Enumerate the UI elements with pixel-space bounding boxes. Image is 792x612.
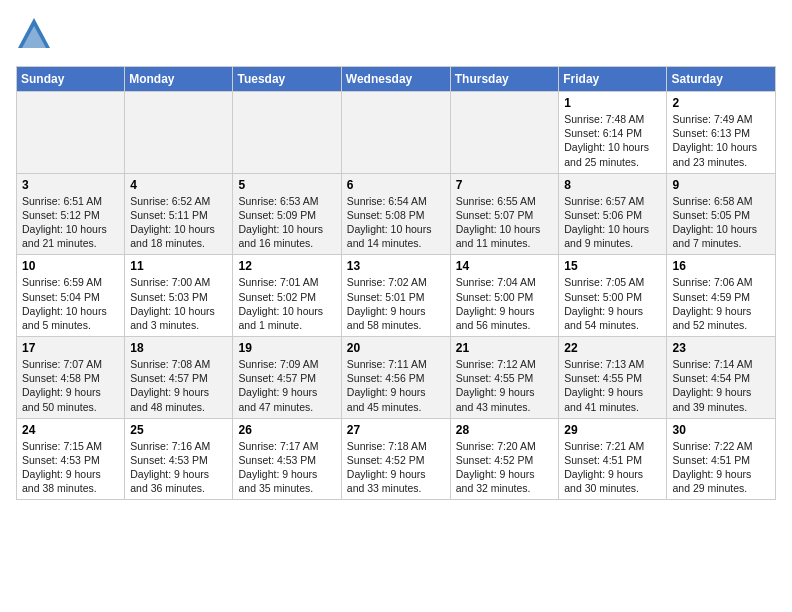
calendar-day-cell: 12Sunrise: 7:01 AMSunset: 5:02 PMDayligh… [233, 255, 341, 337]
calendar-day-cell: 5Sunrise: 6:53 AMSunset: 5:09 PMDaylight… [233, 173, 341, 255]
day-number: 25 [130, 423, 227, 437]
day-number: 21 [456, 341, 554, 355]
day-info: Sunrise: 7:13 AMSunset: 4:55 PMDaylight:… [564, 357, 661, 414]
day-info: Sunrise: 7:15 AMSunset: 4:53 PMDaylight:… [22, 439, 119, 496]
day-info: Sunrise: 6:53 AMSunset: 5:09 PMDaylight:… [238, 194, 335, 251]
calendar-day-cell: 16Sunrise: 7:06 AMSunset: 4:59 PMDayligh… [667, 255, 776, 337]
calendar-week-row: 10Sunrise: 6:59 AMSunset: 5:04 PMDayligh… [17, 255, 776, 337]
calendar-day-cell: 25Sunrise: 7:16 AMSunset: 4:53 PMDayligh… [125, 418, 233, 500]
day-info: Sunrise: 7:12 AMSunset: 4:55 PMDaylight:… [456, 357, 554, 414]
calendar-day-cell: 9Sunrise: 6:58 AMSunset: 5:05 PMDaylight… [667, 173, 776, 255]
day-number: 16 [672, 259, 770, 273]
day-number: 14 [456, 259, 554, 273]
day-number: 5 [238, 178, 335, 192]
calendar-week-row: 24Sunrise: 7:15 AMSunset: 4:53 PMDayligh… [17, 418, 776, 500]
day-info: Sunrise: 7:21 AMSunset: 4:51 PMDaylight:… [564, 439, 661, 496]
calendar-day-cell: 4Sunrise: 6:52 AMSunset: 5:11 PMDaylight… [125, 173, 233, 255]
weekday-header-sunday: Sunday [17, 67, 125, 92]
calendar-week-row: 17Sunrise: 7:07 AMSunset: 4:58 PMDayligh… [17, 337, 776, 419]
logo-icon [16, 16, 52, 52]
day-number: 15 [564, 259, 661, 273]
day-info: Sunrise: 7:16 AMSunset: 4:53 PMDaylight:… [130, 439, 227, 496]
day-number: 26 [238, 423, 335, 437]
calendar-day-cell: 15Sunrise: 7:05 AMSunset: 5:00 PMDayligh… [559, 255, 667, 337]
weekday-header-saturday: Saturday [667, 67, 776, 92]
day-number: 19 [238, 341, 335, 355]
calendar-day-cell [450, 92, 559, 174]
calendar-day-cell: 18Sunrise: 7:08 AMSunset: 4:57 PMDayligh… [125, 337, 233, 419]
calendar-day-cell: 14Sunrise: 7:04 AMSunset: 5:00 PMDayligh… [450, 255, 559, 337]
day-info: Sunrise: 6:55 AMSunset: 5:07 PMDaylight:… [456, 194, 554, 251]
calendar-day-cell: 13Sunrise: 7:02 AMSunset: 5:01 PMDayligh… [341, 255, 450, 337]
day-info: Sunrise: 7:48 AMSunset: 6:14 PMDaylight:… [564, 112, 661, 169]
day-number: 9 [672, 178, 770, 192]
day-info: Sunrise: 7:07 AMSunset: 4:58 PMDaylight:… [22, 357, 119, 414]
day-number: 29 [564, 423, 661, 437]
day-number: 30 [672, 423, 770, 437]
day-number: 7 [456, 178, 554, 192]
calendar-day-cell: 11Sunrise: 7:00 AMSunset: 5:03 PMDayligh… [125, 255, 233, 337]
day-number: 12 [238, 259, 335, 273]
calendar-day-cell: 26Sunrise: 7:17 AMSunset: 4:53 PMDayligh… [233, 418, 341, 500]
day-number: 22 [564, 341, 661, 355]
calendar-day-cell [233, 92, 341, 174]
calendar-day-cell: 10Sunrise: 6:59 AMSunset: 5:04 PMDayligh… [17, 255, 125, 337]
calendar-day-cell: 8Sunrise: 6:57 AMSunset: 5:06 PMDaylight… [559, 173, 667, 255]
calendar-day-cell: 24Sunrise: 7:15 AMSunset: 4:53 PMDayligh… [17, 418, 125, 500]
calendar-day-cell: 6Sunrise: 6:54 AMSunset: 5:08 PMDaylight… [341, 173, 450, 255]
weekday-header-wednesday: Wednesday [341, 67, 450, 92]
day-number: 18 [130, 341, 227, 355]
day-info: Sunrise: 7:04 AMSunset: 5:00 PMDaylight:… [456, 275, 554, 332]
calendar-day-cell: 23Sunrise: 7:14 AMSunset: 4:54 PMDayligh… [667, 337, 776, 419]
day-info: Sunrise: 7:00 AMSunset: 5:03 PMDaylight:… [130, 275, 227, 332]
day-info: Sunrise: 7:17 AMSunset: 4:53 PMDaylight:… [238, 439, 335, 496]
day-number: 27 [347, 423, 445, 437]
day-number: 28 [456, 423, 554, 437]
day-info: Sunrise: 6:51 AMSunset: 5:12 PMDaylight:… [22, 194, 119, 251]
day-info: Sunrise: 6:59 AMSunset: 5:04 PMDaylight:… [22, 275, 119, 332]
calendar-week-row: 1Sunrise: 7:48 AMSunset: 6:14 PMDaylight… [17, 92, 776, 174]
day-info: Sunrise: 7:02 AMSunset: 5:01 PMDaylight:… [347, 275, 445, 332]
day-info: Sunrise: 7:11 AMSunset: 4:56 PMDaylight:… [347, 357, 445, 414]
day-info: Sunrise: 7:14 AMSunset: 4:54 PMDaylight:… [672, 357, 770, 414]
calendar-day-cell: 29Sunrise: 7:21 AMSunset: 4:51 PMDayligh… [559, 418, 667, 500]
day-number: 11 [130, 259, 227, 273]
calendar-day-cell: 19Sunrise: 7:09 AMSunset: 4:57 PMDayligh… [233, 337, 341, 419]
weekday-header-thursday: Thursday [450, 67, 559, 92]
day-info: Sunrise: 7:18 AMSunset: 4:52 PMDaylight:… [347, 439, 445, 496]
calendar-day-cell: 22Sunrise: 7:13 AMSunset: 4:55 PMDayligh… [559, 337, 667, 419]
day-info: Sunrise: 6:57 AMSunset: 5:06 PMDaylight:… [564, 194, 661, 251]
calendar-day-cell: 3Sunrise: 6:51 AMSunset: 5:12 PMDaylight… [17, 173, 125, 255]
day-number: 24 [22, 423, 119, 437]
calendar-day-cell: 30Sunrise: 7:22 AMSunset: 4:51 PMDayligh… [667, 418, 776, 500]
day-info: Sunrise: 7:09 AMSunset: 4:57 PMDaylight:… [238, 357, 335, 414]
calendar-day-cell: 21Sunrise: 7:12 AMSunset: 4:55 PMDayligh… [450, 337, 559, 419]
day-number: 3 [22, 178, 119, 192]
day-info: Sunrise: 7:22 AMSunset: 4:51 PMDaylight:… [672, 439, 770, 496]
day-number: 6 [347, 178, 445, 192]
weekday-header-friday: Friday [559, 67, 667, 92]
day-number: 4 [130, 178, 227, 192]
day-info: Sunrise: 6:54 AMSunset: 5:08 PMDaylight:… [347, 194, 445, 251]
day-number: 2 [672, 96, 770, 110]
day-number: 17 [22, 341, 119, 355]
day-number: 13 [347, 259, 445, 273]
calendar-day-cell: 27Sunrise: 7:18 AMSunset: 4:52 PMDayligh… [341, 418, 450, 500]
calendar-day-cell: 2Sunrise: 7:49 AMSunset: 6:13 PMDaylight… [667, 92, 776, 174]
day-info: Sunrise: 7:49 AMSunset: 6:13 PMDaylight:… [672, 112, 770, 169]
page-header [16, 16, 776, 56]
day-number: 10 [22, 259, 119, 273]
day-info: Sunrise: 7:20 AMSunset: 4:52 PMDaylight:… [456, 439, 554, 496]
day-number: 23 [672, 341, 770, 355]
calendar-week-row: 3Sunrise: 6:51 AMSunset: 5:12 PMDaylight… [17, 173, 776, 255]
calendar-day-cell: 20Sunrise: 7:11 AMSunset: 4:56 PMDayligh… [341, 337, 450, 419]
day-number: 1 [564, 96, 661, 110]
day-info: Sunrise: 7:05 AMSunset: 5:00 PMDaylight:… [564, 275, 661, 332]
calendar-day-cell [341, 92, 450, 174]
calendar-day-cell [125, 92, 233, 174]
day-number: 20 [347, 341, 445, 355]
logo [16, 16, 56, 56]
calendar-day-cell: 1Sunrise: 7:48 AMSunset: 6:14 PMDaylight… [559, 92, 667, 174]
day-info: Sunrise: 7:08 AMSunset: 4:57 PMDaylight:… [130, 357, 227, 414]
day-info: Sunrise: 6:52 AMSunset: 5:11 PMDaylight:… [130, 194, 227, 251]
